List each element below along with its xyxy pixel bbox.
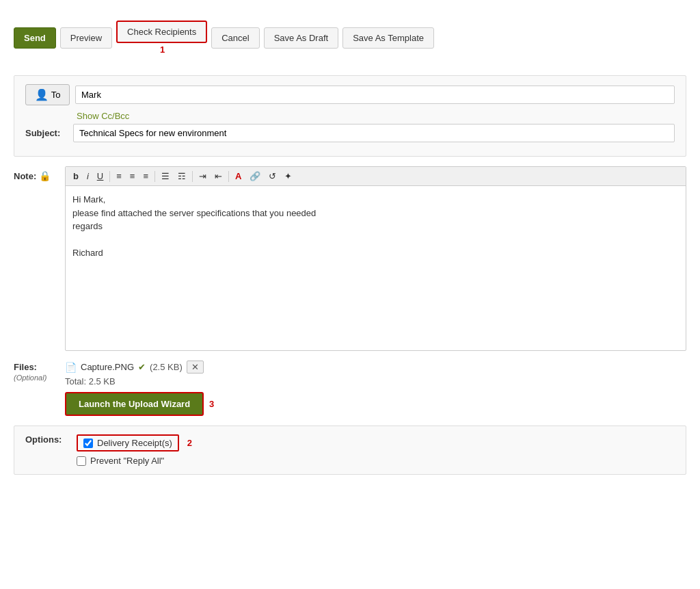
cancel-button[interactable]: Cancel [211,27,259,49]
refresh-button[interactable]: ↺ [265,170,280,183]
show-cc-bcc-link[interactable]: Show Cc/Bcc [77,111,675,121]
send-button[interactable]: Send [14,27,56,49]
extra-button[interactable]: ✦ [281,170,295,183]
subject-input[interactable] [73,124,675,142]
align-left-button[interactable]: ≡ [113,170,125,183]
check-recipients-badge: 1 [160,44,165,55]
note-line5: Richard [72,248,103,258]
file-total: Total: 2.5 KB [65,376,686,387]
divider-3 [192,171,193,182]
note-line1: Hi Mark, [72,194,105,205]
delivery-receipt-checkbox[interactable] [83,439,93,448]
outdent-button[interactable]: ⇤ [211,170,226,183]
underline-button[interactable]: U [94,170,107,183]
to-label: To [51,90,61,100]
delivery-receipt-row: Delivery Receipt(s) 2 [77,434,675,451]
align-center-button[interactable]: ≡ [126,170,139,183]
options-content: Delivery Receipt(s) 2 Prevent "Reply All… [77,434,675,466]
note-label-area: Note: 🔒 [14,166,58,181]
file-remove-button[interactable]: ✕ [187,361,204,374]
recipients-form: 👤 To Show Cc/Bcc Subject: [14,75,686,157]
note-line3: regards [72,221,103,231]
to-row: 👤 To [25,84,675,105]
to-input[interactable] [75,86,675,104]
subject-label: Subject: [25,128,73,138]
files-section: Files: (Optional) 📄 Capture.PNG ✔ (2.5 K… [14,361,686,416]
upload-wizard-button[interactable]: Launch the Upload Wizard [65,392,204,416]
bold-button[interactable]: b [70,170,82,183]
options-label-area: Options: [25,434,70,466]
editor-toolbar: b i U ≡ ≡ ≡ ☰ ☶ ⇥ ⇤ A 🔗 ↺ ✦ [66,167,686,186]
toolbar: Send Preview Check Recipients 1 Cancel S… [14,14,686,62]
file-doc-icon: 📄 [65,362,77,373]
files-content: 📄 Capture.PNG ✔ (2.5 KB) ✕ Total: 2.5 KB… [65,361,686,416]
align-right-button[interactable]: ≡ [139,170,152,183]
note-section: Note: 🔒 b i U ≡ ≡ ≡ ☰ ☶ ⇥ ⇤ A 🔗 ↺ ✦ Hi M… [14,166,686,351]
note-label: Note: [14,171,36,181]
file-item: 📄 Capture.PNG ✔ (2.5 KB) ✕ [65,361,686,374]
editor-content[interactable]: Hi Mark, please find attached the server… [66,186,686,350]
upload-wizard-badge: 3 [209,399,214,409]
delivery-receipt-wrapper: Delivery Receipt(s) [77,434,179,451]
files-label-area: Files: (Optional) [14,361,58,382]
list-ul-button[interactable]: ☰ [158,170,173,183]
list-ol-button[interactable]: ☶ [174,170,189,183]
delivery-receipt-badge: 2 [187,438,192,448]
prevent-reply-all-label: Prevent "Reply All" [90,456,164,466]
options-section: Options: Delivery Receipt(s) 2 Prevent "… [14,426,686,475]
file-name: Capture.PNG [81,362,134,372]
prevent-reply-all-row: Prevent "Reply All" [77,456,675,466]
divider-4 [228,171,229,182]
files-optional: (Optional) [14,374,46,382]
note-line2: please find attached the server specific… [72,208,316,218]
delivery-receipt-label: Delivery Receipt(s) [97,438,172,448]
divider-2 [154,171,155,182]
save-template-button[interactable]: Save As Template [342,27,434,49]
link-button[interactable]: 🔗 [246,170,264,183]
to-button[interactable]: 👤 To [25,84,70,105]
lock-icon: 🔒 [39,170,51,181]
file-check-icon: ✔ [138,362,146,372]
to-icon: 👤 [35,88,49,101]
check-recipients-button[interactable]: Check Recipients [116,21,207,43]
options-label: Options: [25,434,62,445]
upload-wizard-wrapper: Launch the Upload Wizard 3 [65,392,686,416]
italic-button[interactable]: i [83,170,92,183]
file-size: (2.5 KB) [150,362,183,372]
files-label: Files: [14,362,58,372]
save-draft-button[interactable]: Save As Draft [264,27,338,49]
divider-1 [109,171,110,182]
color-button[interactable]: A [232,170,245,183]
editor-container: b i U ≡ ≡ ≡ ☰ ☶ ⇥ ⇤ A 🔗 ↺ ✦ Hi Mark, ple… [65,166,686,351]
indent-button[interactable]: ⇥ [196,170,210,183]
prevent-reply-all-checkbox[interactable] [77,456,86,466]
check-recipients-wrapper: Check Recipients 1 [116,21,207,55]
preview-button[interactable]: Preview [60,27,112,49]
subject-row: Subject: [25,124,675,142]
